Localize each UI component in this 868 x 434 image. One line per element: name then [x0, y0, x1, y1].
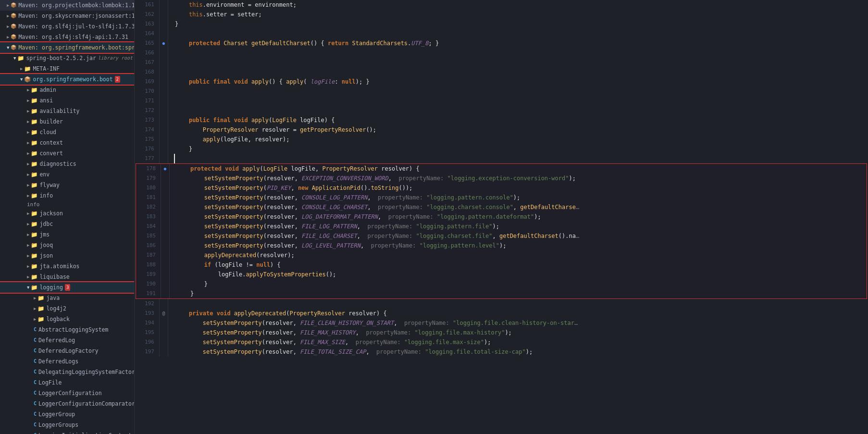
execution-dot: ● [164, 164, 166, 174]
code-line-191: 191 } [136, 289, 867, 298]
line-content: setSystemProperty(resolver, EXCEPTION_CO… [170, 174, 867, 183]
tree-item-meta-inf[interactable]: ▶ 📁 META-INF [0, 63, 134, 74]
line-content: setSystemProperty(resolver, CONSOLE_LOG_… [170, 193, 867, 202]
line-gutter [161, 183, 170, 193]
code-line-168: 168 [135, 67, 868, 77]
collapse-arrow: ▼ [7, 43, 9, 52]
tree-item-maven-lombok[interactable]: ▶ 📦 Maven: org.projectlombok:lombok:1.18… [0, 0, 134, 11]
file-tree-panel: ▶ 📦 Maven: org.projectlombok:lombok:1.18… [0, 0, 135, 434]
folder-icon: 📁 [31, 86, 37, 94]
tree-item-DelegatingLoggingSystemFactory[interactable]: C DelegatingLoggingSystemFactory [0, 367, 134, 377]
tree-item-jms[interactable]: ▶ 📁 jms [0, 229, 134, 240]
code-line-193: 193 @ private void applyDeprecated(Prope… [135, 309, 868, 318]
tree-label: jackson [39, 209, 62, 218]
line-content: this.setter = setter; [168, 10, 868, 19]
tree-label: META-INF [33, 64, 59, 73]
tree-item-LoggerGroups[interactable]: C LoggerGroups [0, 420, 134, 430]
collapse-arrow: ▶ [7, 1, 9, 10]
tree-item-LoggerGroup[interactable]: C LoggerGroup [0, 409, 134, 420]
maven-icon: 📦 [11, 33, 16, 41]
class-icon: C [34, 368, 37, 376]
tree-item-DeferredLogs[interactable]: C DeferredLogs [0, 356, 134, 367]
line-number: 186 [136, 241, 161, 250]
line-number: 161 [135, 0, 160, 10]
tree-item-maven-spring-boot[interactable]: ▼ 📦 Maven: org.springframework.boot:spri… [0, 42, 134, 53]
tree-item-org-springframework-boot[interactable]: ▼ 📦 org.springframework.boot 2 [0, 74, 134, 85]
line-gutter [161, 250, 170, 260]
tree-item-jdbc[interactable]: ▶ 📁 jdbc [0, 219, 134, 229]
code-line-183: 183 setSystemProperty(resolver, LOG_DATE… [136, 212, 867, 222]
line-gutter [161, 279, 170, 289]
tree-item-LogFile[interactable]: C LogFile [0, 377, 134, 388]
line-number: 195 [135, 328, 160, 337]
folder-icon: 📁 [31, 241, 37, 249]
class-icon: C [34, 347, 37, 355]
tree-item-java[interactable]: ▶ 📁 java [0, 293, 134, 303]
line-gutter [160, 347, 168, 357]
maven-icon: 📦 [11, 43, 16, 52]
tree-item-liquibase[interactable]: ▶ 📁 liquibase [0, 272, 134, 282]
maven-icon: 📦 [11, 22, 16, 31]
line-number: 192 [135, 299, 160, 309]
folder-icon: 📁 [31, 96, 37, 105]
tree-item-DeferredLog[interactable]: C DeferredLog [0, 335, 134, 346]
tree-item-context[interactable]: ▶ 📁 context [0, 137, 134, 148]
code-line-187: 187 applyDeprecated(resolver); [136, 250, 867, 260]
line-number: 178 [136, 164, 161, 174]
line-content: } [168, 144, 868, 154]
line-number: 179 [136, 174, 161, 183]
line-number: 181 [136, 193, 161, 202]
tree-label: AbstractLoggingSystem [38, 325, 108, 334]
collapse-arrow: ▶ [7, 12, 9, 20]
code-line-189: 189 logFile.applyToSystemProperties(); [136, 270, 867, 279]
line-number: 172 [135, 106, 160, 115]
tree-item-json[interactable]: ▶ 📁 json [0, 250, 134, 261]
tree-item-DeferredLogFactory[interactable]: C DeferredLogFactory [0, 346, 134, 356]
tree-item-LoggerConfigurationComparator[interactable]: C LoggerConfigurationComparator [0, 398, 134, 409]
tree-item-admin[interactable]: ▶ 📁 admin [0, 85, 134, 95]
tree-item-convert[interactable]: ▶ 📁 convert [0, 148, 134, 159]
tree-item-jooq[interactable]: ▶ 📁 jooq [0, 240, 134, 250]
line-content: setSystemProperty(resolver, FILE_CLEAN_H… [168, 318, 868, 328]
tree-item-ansi[interactable]: ▶ 📁 ansi [0, 95, 134, 106]
folder-icon: 📁 [31, 181, 37, 189]
line-number: 190 [136, 279, 161, 289]
tree-label: jooq [39, 241, 53, 249]
tree-item-AbstractLoggingSystem[interactable]: C AbstractLoggingSystem [0, 324, 134, 335]
tree-item-jackson[interactable]: ▶ 📁 jackson [0, 208, 134, 219]
tree-item-jta-atomikos[interactable]: ▶ 📁 jta.atomikos [0, 261, 134, 272]
tree-item-LoggingInitializationContext[interactable]: C LoggingInitializationContext [0, 430, 134, 434]
line-gutter [160, 337, 168, 347]
code-line-184: 184 setSystemProperty(resolver, FILE_LOG… [136, 222, 867, 231]
tree-item-logback[interactable]: ▶ 📁 logback [0, 314, 134, 324]
line-gutter [161, 174, 170, 183]
folder-icon: 📁 [31, 160, 37, 168]
tree-item-diagnostics[interactable]: ▶ 📁 diagnostics [0, 159, 134, 169]
tree-item-maven-slf4j-jul[interactable]: ▶ 📦 Maven: org.slf4j:jul-to-slf4j:1.7.31 [0, 21, 134, 32]
line-number: 169 [135, 77, 160, 87]
tree-item-maven-skyscreamer[interactable]: ▶ 📦 Maven: org.skyscreamer:jsonassert:1.… [0, 11, 134, 21]
line-gutter [161, 260, 170, 270]
tree-item-env[interactable]: ▶ 📁 env [0, 169, 134, 180]
line-content: } [170, 289, 867, 298]
folder-icon: 📁 [31, 128, 37, 136]
tree-item-info[interactable]: ▶ 📁 info [0, 190, 134, 201]
line-content [168, 48, 868, 58]
folder-icon: 📁 [37, 315, 44, 323]
line-number: 187 [136, 250, 161, 260]
tree-label: ansi [39, 96, 53, 105]
tree-item-maven-slf4j-api[interactable]: ▶ 📦 Maven: org.slf4j:slf4j-api:1.7.31 [0, 32, 134, 42]
tree-item-flyway[interactable]: ▶ 📁 flyway [0, 180, 134, 190]
tree-item-LoggerConfiguration[interactable]: C LoggerConfiguration [0, 388, 134, 398]
tree-item-cloud[interactable]: ▶ 📁 cloud [0, 127, 134, 137]
code-line-192: 192 [135, 299, 868, 309]
line-content: setSystemProperty(resolver, FILE_MAX_SIZ… [168, 337, 868, 347]
tree-label: DeferredLogFactory [38, 347, 99, 355]
tree-item-spring-boot-jar[interactable]: ▼ 📁 spring-boot-2.5.2.jar library root [0, 53, 134, 63]
tree-item-builder[interactable]: ▶ 📁 builder [0, 116, 134, 127]
collapse-arrow: ▼ [13, 54, 16, 62]
tree-item-log4j2[interactable]: ▶ 📁 log4j2 [0, 303, 134, 314]
tree-item-logging[interactable]: ▼ 📁 logging 3 [0, 282, 134, 293]
line-number: 185 [136, 231, 161, 241]
tree-item-availability[interactable]: ▶ 📁 availability [0, 106, 134, 116]
